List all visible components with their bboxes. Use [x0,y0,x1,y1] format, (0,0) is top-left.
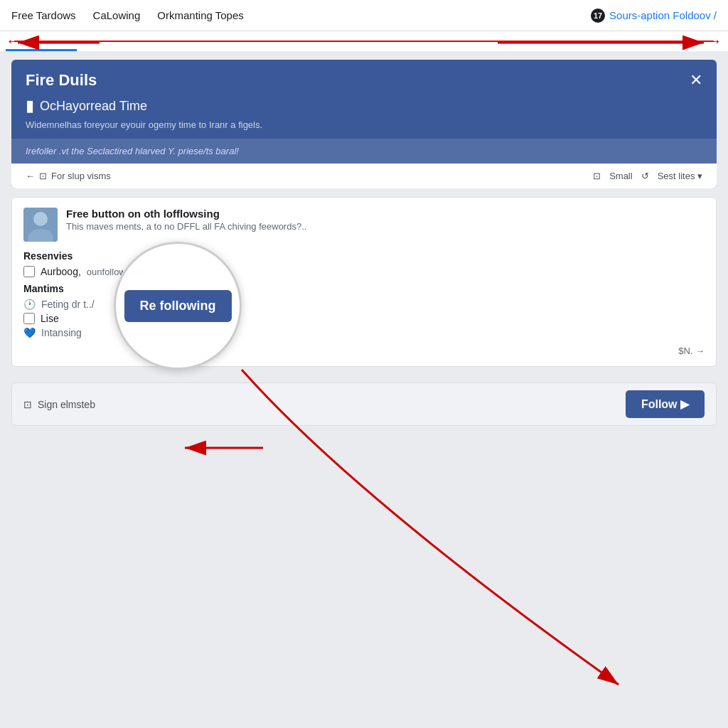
arrow-left-icon: ← [6,32,21,50]
footer-right: ⊡ Small ↺ Sest lites ▾ [593,171,702,181]
bottom-bar-wrapper: ⊡ Sign elmsteb Follow ▶ [0,382,728,426]
nav-item-orkmanting[interactable]: Orkmanting Topes [157,6,243,24]
post-card: Free button on oth lofflowsing This mave… [11,197,717,367]
post-text: Free button on oth lofflowsing This mave… [66,208,306,232]
re-following-button[interactable]: Re following [124,290,232,322]
arrow-right-icon: → [707,32,722,50]
blue-card-subtitle: ▮ OcHayorread Time [11,97,717,119]
heart-icon: 💙 [23,327,36,338]
follow-button[interactable]: Follow ▶ [626,390,705,418]
section-resenvies: Resenvies [23,250,705,262]
magnify-circle: Re following [114,242,242,370]
blue-card-subtitle-text: OcHayorread Time [40,99,147,114]
clock-icon: 🕐 [23,299,36,310]
main-content: Fire Duils ✕ ▮ OcHayorread Time Widemnel… [0,51,728,375]
lise-text: Lise [41,313,59,324]
nav-right[interactable]: 17 Sours-aption Foldoov / [591,9,717,23]
sest-icon: ↺ [641,171,649,181]
footer-visms-text: For slup visms [51,171,111,181]
checkbox-lise[interactable] [23,313,35,324]
nav-items: Free Tardows CaLowing Orkmanting Topes [11,6,591,24]
post-title: Free button on oth lofflowsing [66,208,306,220]
footer-left: ← ⊡ For slup visms [26,171,111,181]
post-footer: $N. → [23,346,705,356]
facebook-icon: ▮ [26,97,34,115]
blue-card-title: Fire Duils [26,71,97,90]
blue-card-header: Fire Duils ✕ [11,60,717,97]
bottom-bar: ⊡ Sign elmsteb Follow ▶ [11,382,717,426]
page-wrapper: Free Tardows CaLowing Orkmanting Topes 1… [0,0,728,728]
small-label[interactable]: Small [609,171,633,181]
small-icon: ⊡ [593,171,601,181]
mantim3-text: Intansing [41,327,82,338]
checkbox-aurboog[interactable] [23,266,35,277]
sign-icon: ⊡ [23,399,32,410]
nav-right-text[interactable]: Sours-aption Foldoov / [609,9,717,21]
aurboog-text: Aurboog, [41,266,81,277]
post-footer-text: $N. → [678,346,705,356]
top-nav: Free Tardows CaLowing Orkmanting Topes 1… [0,0,728,31]
svg-point-1 [33,212,48,226]
bottom-bar-left: ⊡ Sign elmsteb [23,399,95,410]
footer-sup-icon: ⊡ [39,171,47,181]
footer-back-icon: ← [26,171,35,181]
mantim1-text: Feting dr t../ [41,299,95,310]
avatar-image [23,208,58,242]
sest-label[interactable]: Sest lites ▾ [658,171,702,181]
arrow-bar: ← → [0,31,728,51]
nav-item-free-tardows[interactable]: Free Tardows [11,6,76,24]
sign-text: Sign elmsteb [38,399,95,410]
avatar [23,208,58,242]
nav-badge: 17 [591,9,605,23]
post-description: This maves ments, a to no DFFL all FA ch… [66,221,306,232]
arrow-line [14,41,714,42]
post-header: Free button on oth lofflowsing This mave… [23,208,705,242]
nav-item-calowing[interactable]: CaLowing [93,6,141,24]
close-button[interactable]: ✕ [690,73,702,88]
blue-card-footer: ← ⊡ For slup visms ⊡ Small ↺ Sest lites … [11,164,717,188]
blue-card-description: Widemnelhas foreyour eyouir ogemy time t… [11,119,717,139]
blue-card: Fire Duils ✕ ▮ OcHayorread Time Widemnel… [11,60,717,188]
blue-card-banner: Irefoller .vt the Seclactired hlarved Y.… [11,139,717,164]
